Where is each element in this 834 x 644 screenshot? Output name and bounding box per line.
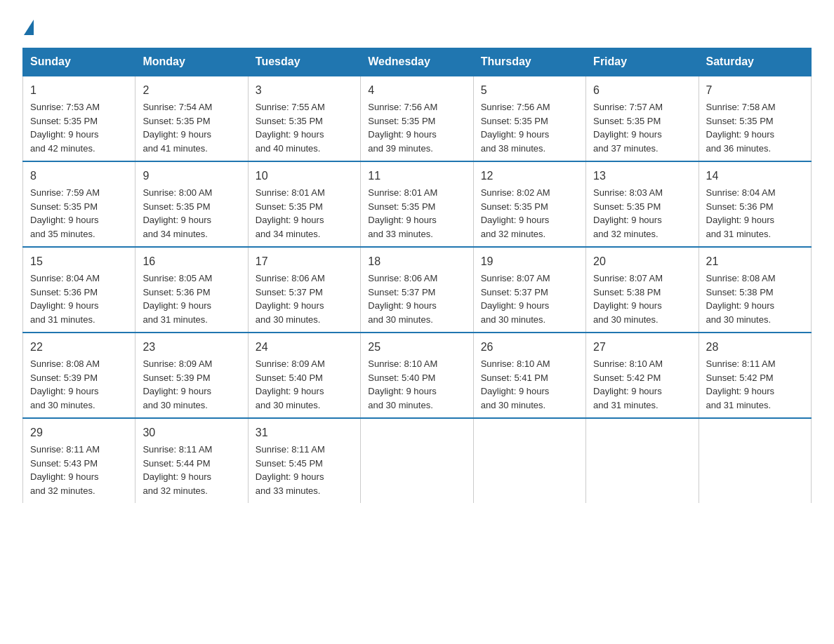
day-number: 15 bbox=[30, 253, 128, 270]
day-info: Sunrise: 8:01 AMSunset: 5:35 PMDaylight:… bbox=[368, 187, 437, 239]
day-number: 26 bbox=[481, 339, 578, 356]
day-number: 18 bbox=[368, 253, 465, 270]
calendar-cell: 30Sunrise: 8:11 AMSunset: 5:44 PMDayligh… bbox=[135, 418, 248, 503]
day-number: 17 bbox=[256, 253, 353, 270]
calendar-cell: 2Sunrise: 7:54 AMSunset: 5:35 PMDaylight… bbox=[135, 76, 248, 161]
calendar-cell: 18Sunrise: 8:06 AMSunset: 5:37 PMDayligh… bbox=[361, 247, 473, 333]
day-info: Sunrise: 7:56 AMSunset: 5:35 PMDaylight:… bbox=[368, 102, 437, 154]
day-number: 30 bbox=[143, 424, 240, 441]
calendar-cell: 16Sunrise: 8:05 AMSunset: 5:36 PMDayligh… bbox=[135, 247, 248, 333]
day-number: 28 bbox=[706, 339, 804, 356]
day-info: Sunrise: 8:09 AMSunset: 5:39 PMDaylight:… bbox=[143, 358, 212, 410]
logo-triangle-icon bbox=[24, 20, 34, 35]
day-info: Sunrise: 8:11 AMSunset: 5:43 PMDaylight:… bbox=[30, 444, 100, 496]
day-info: Sunrise: 8:06 AMSunset: 5:37 PMDaylight:… bbox=[368, 273, 437, 325]
day-info: Sunrise: 8:11 AMSunset: 5:45 PMDaylight:… bbox=[256, 444, 325, 496]
calendar-cell: 13Sunrise: 8:03 AMSunset: 5:35 PMDayligh… bbox=[586, 161, 699, 247]
weekday-header-thursday: Thursday bbox=[473, 48, 585, 76]
day-info: Sunrise: 8:02 AMSunset: 5:35 PMDaylight:… bbox=[481, 187, 550, 239]
calendar-cell: 5Sunrise: 7:56 AMSunset: 5:35 PMDaylight… bbox=[473, 76, 585, 161]
day-info: Sunrise: 8:01 AMSunset: 5:35 PMDaylight:… bbox=[256, 187, 325, 239]
day-info: Sunrise: 8:07 AMSunset: 5:37 PMDaylight:… bbox=[481, 273, 550, 325]
day-number: 25 bbox=[368, 339, 465, 356]
weekday-header-monday: Monday bbox=[135, 48, 248, 76]
calendar-week-row: 1Sunrise: 7:53 AMSunset: 5:35 PMDaylight… bbox=[23, 76, 812, 161]
day-info: Sunrise: 8:09 AMSunset: 5:40 PMDaylight:… bbox=[256, 358, 325, 410]
day-number: 14 bbox=[706, 168, 804, 185]
day-info: Sunrise: 8:00 AMSunset: 5:35 PMDaylight:… bbox=[143, 187, 212, 239]
calendar-week-row: 22Sunrise: 8:08 AMSunset: 5:39 PMDayligh… bbox=[23, 333, 812, 418]
calendar-cell: 29Sunrise: 8:11 AMSunset: 5:43 PMDayligh… bbox=[23, 418, 135, 503]
day-number: 2 bbox=[143, 82, 240, 99]
calendar-cell: 14Sunrise: 8:04 AMSunset: 5:36 PMDayligh… bbox=[699, 161, 811, 247]
calendar-week-row: 15Sunrise: 8:04 AMSunset: 5:36 PMDayligh… bbox=[23, 247, 812, 333]
calendar-cell: 11Sunrise: 8:01 AMSunset: 5:35 PMDayligh… bbox=[361, 161, 473, 247]
calendar-table: SundayMondayTuesdayWednesdayThursdayFrid… bbox=[22, 48, 812, 503]
day-info: Sunrise: 7:58 AMSunset: 5:35 PMDaylight:… bbox=[706, 102, 776, 154]
calendar-cell: 17Sunrise: 8:06 AMSunset: 5:37 PMDayligh… bbox=[248, 247, 360, 333]
calendar-cell: 6Sunrise: 7:57 AMSunset: 5:35 PMDaylight… bbox=[586, 76, 699, 161]
logo bbox=[22, 17, 34, 35]
calendar-week-row: 29Sunrise: 8:11 AMSunset: 5:43 PMDayligh… bbox=[23, 418, 812, 503]
calendar-cell: 22Sunrise: 8:08 AMSunset: 5:39 PMDayligh… bbox=[23, 333, 135, 418]
day-number: 23 bbox=[143, 339, 240, 356]
calendar-cell: 27Sunrise: 8:10 AMSunset: 5:42 PMDayligh… bbox=[586, 333, 699, 418]
day-info: Sunrise: 7:54 AMSunset: 5:35 PMDaylight:… bbox=[143, 102, 212, 154]
calendar-cell: 15Sunrise: 8:04 AMSunset: 5:36 PMDayligh… bbox=[23, 247, 135, 333]
calendar-cell: 10Sunrise: 8:01 AMSunset: 5:35 PMDayligh… bbox=[248, 161, 360, 247]
weekday-header-row: SundayMondayTuesdayWednesdayThursdayFrid… bbox=[23, 48, 812, 76]
calendar-cell bbox=[473, 418, 585, 503]
calendar-cell: 20Sunrise: 8:07 AMSunset: 5:38 PMDayligh… bbox=[586, 247, 699, 333]
day-number: 12 bbox=[481, 168, 578, 185]
calendar-cell: 7Sunrise: 7:58 AMSunset: 5:35 PMDaylight… bbox=[699, 76, 811, 161]
day-info: Sunrise: 7:56 AMSunset: 5:35 PMDaylight:… bbox=[481, 102, 550, 154]
day-info: Sunrise: 8:04 AMSunset: 5:36 PMDaylight:… bbox=[706, 187, 776, 239]
calendar-cell: 21Sunrise: 8:08 AMSunset: 5:38 PMDayligh… bbox=[699, 247, 811, 333]
day-number: 13 bbox=[593, 168, 691, 185]
day-number: 1 bbox=[30, 82, 128, 99]
day-info: Sunrise: 8:10 AMSunset: 5:42 PMDaylight:… bbox=[593, 358, 663, 410]
calendar-cell: 12Sunrise: 8:02 AMSunset: 5:35 PMDayligh… bbox=[473, 161, 585, 247]
weekday-header-tuesday: Tuesday bbox=[248, 48, 360, 76]
day-number: 4 bbox=[368, 82, 465, 99]
day-number: 8 bbox=[30, 168, 128, 185]
day-info: Sunrise: 8:05 AMSunset: 5:36 PMDaylight:… bbox=[143, 273, 212, 325]
weekday-header-saturday: Saturday bbox=[699, 48, 811, 76]
page-header bbox=[22, 17, 812, 35]
day-info: Sunrise: 8:03 AMSunset: 5:35 PMDaylight:… bbox=[593, 187, 663, 239]
day-number: 24 bbox=[256, 339, 353, 356]
day-info: Sunrise: 7:55 AMSunset: 5:35 PMDaylight:… bbox=[256, 102, 325, 154]
weekday-header-wednesday: Wednesday bbox=[361, 48, 473, 76]
day-info: Sunrise: 7:57 AMSunset: 5:35 PMDaylight:… bbox=[593, 102, 663, 154]
day-info: Sunrise: 8:06 AMSunset: 5:37 PMDaylight:… bbox=[256, 273, 325, 325]
day-number: 7 bbox=[706, 82, 804, 99]
calendar-cell: 24Sunrise: 8:09 AMSunset: 5:40 PMDayligh… bbox=[248, 333, 360, 418]
calendar-week-row: 8Sunrise: 7:59 AMSunset: 5:35 PMDaylight… bbox=[23, 161, 812, 247]
day-info: Sunrise: 8:08 AMSunset: 5:39 PMDaylight:… bbox=[30, 358, 100, 410]
calendar-cell: 4Sunrise: 7:56 AMSunset: 5:35 PMDaylight… bbox=[361, 76, 473, 161]
calendar-cell bbox=[699, 418, 811, 503]
calendar-cell bbox=[361, 418, 473, 503]
day-number: 11 bbox=[368, 168, 465, 185]
calendar-cell: 8Sunrise: 7:59 AMSunset: 5:35 PMDaylight… bbox=[23, 161, 135, 247]
day-info: Sunrise: 8:08 AMSunset: 5:38 PMDaylight:… bbox=[706, 273, 776, 325]
day-number: 9 bbox=[143, 168, 240, 185]
day-number: 3 bbox=[256, 82, 353, 99]
calendar-cell: 3Sunrise: 7:55 AMSunset: 5:35 PMDaylight… bbox=[248, 76, 360, 161]
day-number: 27 bbox=[593, 339, 691, 356]
calendar-cell: 28Sunrise: 8:11 AMSunset: 5:42 PMDayligh… bbox=[699, 333, 811, 418]
day-number: 16 bbox=[143, 253, 240, 270]
calendar-cell: 26Sunrise: 8:10 AMSunset: 5:41 PMDayligh… bbox=[473, 333, 585, 418]
day-number: 10 bbox=[256, 168, 353, 185]
day-number: 20 bbox=[593, 253, 691, 270]
calendar-cell: 19Sunrise: 8:07 AMSunset: 5:37 PMDayligh… bbox=[473, 247, 585, 333]
day-number: 31 bbox=[256, 424, 353, 441]
calendar-cell: 9Sunrise: 8:00 AMSunset: 5:35 PMDaylight… bbox=[135, 161, 248, 247]
day-number: 19 bbox=[481, 253, 578, 270]
calendar-cell: 23Sunrise: 8:09 AMSunset: 5:39 PMDayligh… bbox=[135, 333, 248, 418]
weekday-header-sunday: Sunday bbox=[23, 48, 135, 76]
calendar-cell: 31Sunrise: 8:11 AMSunset: 5:45 PMDayligh… bbox=[248, 418, 360, 503]
day-number: 21 bbox=[706, 253, 804, 270]
calendar-cell: 25Sunrise: 8:10 AMSunset: 5:40 PMDayligh… bbox=[361, 333, 473, 418]
day-info: Sunrise: 7:59 AMSunset: 5:35 PMDaylight:… bbox=[30, 187, 100, 239]
